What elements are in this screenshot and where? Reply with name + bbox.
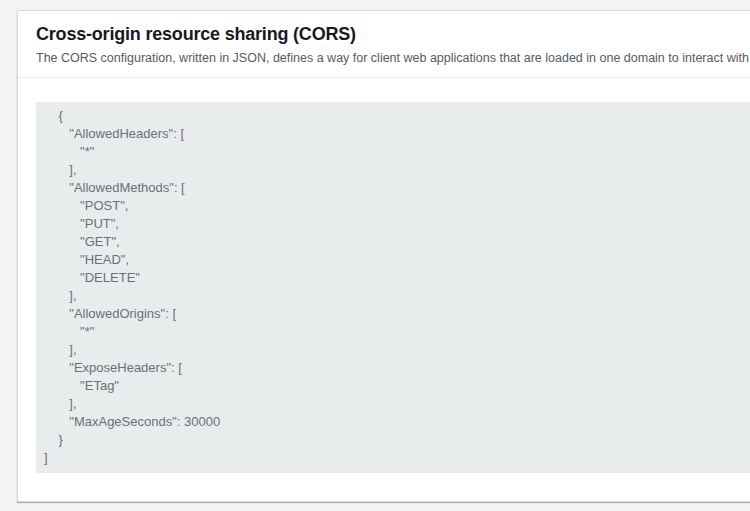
cors-json-viewer: { "AllowedHeaders": [ "*" ], "AllowedMet… [36,102,750,473]
page-background: Cross-origin resource sharing (CORS) The… [0,0,750,511]
cors-card-header: Cross-origin resource sharing (CORS) The… [18,11,750,78]
cors-card-description: The CORS configuration, written in JSON,… [36,50,750,66]
cors-card-body: { "AllowedHeaders": [ "*" ], "AllowedMet… [18,78,750,501]
cors-card-title: Cross-origin resource sharing (CORS) [36,23,750,45]
cors-card: Cross-origin resource sharing (CORS) The… [17,10,750,502]
